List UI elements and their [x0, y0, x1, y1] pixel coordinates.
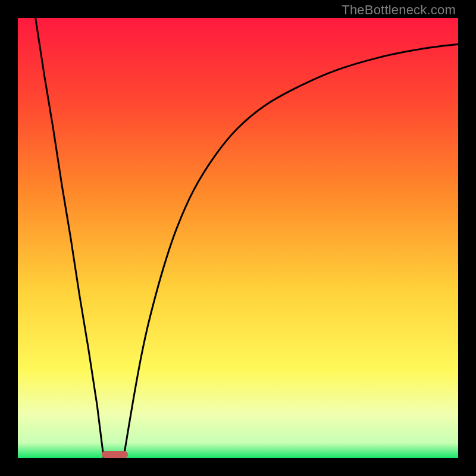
plot-area — [18, 18, 458, 458]
curve-left-branch — [36, 18, 104, 458]
curve-right-branch — [124, 44, 458, 458]
optimal-range-marker — [102, 451, 128, 458]
watermark-text: TheBottleneck.com — [342, 2, 456, 18]
bottleneck-curve — [18, 18, 458, 458]
chart-frame: TheBottleneck.com — [0, 0, 476, 476]
